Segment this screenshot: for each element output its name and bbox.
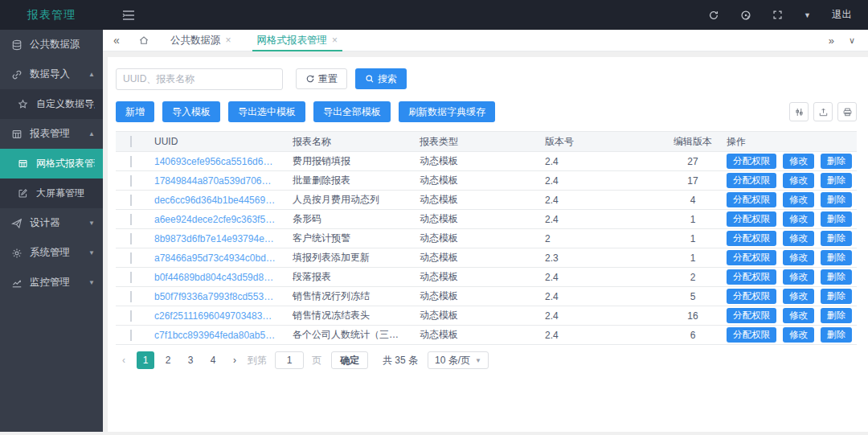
import-template-button[interactable]: 导入模板 (162, 101, 220, 122)
modify-button[interactable]: 修改 (783, 327, 814, 343)
uuid-link[interactable]: b0f44689bd804c43d59d85871a... (146, 272, 285, 283)
row-checkbox[interactable] (130, 195, 132, 206)
close-icon[interactable]: × (332, 35, 338, 46)
sidebar-group-report-management[interactable]: 报表管理 ▲ (0, 119, 103, 149)
export-icon[interactable] (813, 102, 833, 121)
refresh-icon[interactable] (708, 10, 719, 21)
row-checkbox[interactable] (130, 156, 132, 167)
assign-permission-button[interactable]: 分配权限 (727, 250, 776, 265)
add-button[interactable]: 新增 (116, 101, 154, 122)
row-checkbox[interactable] (130, 330, 132, 341)
export-all-button[interactable]: 导出全部模板 (313, 101, 391, 122)
table-row: c26f25111696049703483b7915... 销售情况冻结表头 动… (116, 306, 857, 326)
sidebar-item-bigscreen-management[interactable]: 大屏幕管理 (0, 179, 103, 208)
page-button-4[interactable]: 4 (204, 351, 222, 369)
sidebar-group-monitor-management[interactable]: 监控管理 ▼ (0, 268, 103, 298)
logout-button[interactable]: 退出 (832, 8, 852, 22)
theme-icon[interactable] (740, 10, 751, 21)
assign-permission-button[interactable]: 分配权限 (727, 192, 776, 207)
delete-button[interactable]: 删除 (821, 289, 852, 304)
tab-options-icon[interactable]: ∨ (849, 35, 855, 46)
select-all-checkbox[interactable] (130, 136, 132, 147)
collapse-tabs-icon[interactable]: « (103, 34, 130, 47)
search-input[interactable] (116, 68, 283, 90)
scroll-tabs-right-icon[interactable]: » (829, 35, 834, 47)
delete-button[interactable]: 删除 (821, 250, 852, 265)
sidebar-item-grid-report-management[interactable]: 网格式报表管理 (0, 149, 103, 179)
modify-button[interactable]: 修改 (783, 308, 814, 323)
modify-button[interactable]: 修改 (783, 192, 814, 207)
sidebar-group-system-management[interactable]: 系统管理 ▼ (0, 238, 103, 268)
row-checkbox[interactable] (130, 310, 132, 322)
assign-permission-button[interactable]: 分配权限 (727, 308, 776, 323)
search-button[interactable]: 搜索 (355, 68, 407, 89)
page-button-2[interactable]: 2 (159, 351, 177, 369)
uuid-link[interactable]: b50f7f9336a7993f8cd553ccc22... (146, 291, 285, 302)
page-button-3[interactable]: 3 (182, 351, 199, 369)
refresh-dict-cache-button[interactable]: 刷新数据字典缓存 (399, 101, 495, 122)
user-menu-caret-icon[interactable]: ▼ (804, 11, 811, 19)
modify-button[interactable]: 修改 (783, 173, 814, 188)
modify-button[interactable]: 修改 (783, 289, 814, 304)
sidebar-item-custom-data-import[interactable]: 自定义数据导入 (0, 89, 103, 119)
home-icon[interactable] (130, 35, 158, 46)
uuid-link[interactable]: 140693cefe956ca5516d6b66e2... (146, 156, 285, 167)
sidebar-toggle-icon[interactable] (122, 10, 135, 21)
page-size-select[interactable]: 10 条/页 ▼ (428, 351, 489, 369)
modify-button[interactable]: 修改 (783, 250, 814, 265)
table-row: c7f1bcc893964feda80ab52ee0... 各个公司人数统计（三… (116, 326, 857, 345)
delete-button[interactable]: 删除 (821, 308, 852, 323)
row-checkbox[interactable] (130, 175, 132, 187)
delete-button[interactable]: 删除 (821, 154, 852, 169)
goto-confirm-button[interactable]: 确定 (331, 351, 368, 369)
modify-button[interactable]: 修改 (783, 211, 814, 227)
report-type: 动态模板 (411, 328, 537, 342)
sidebar-item-public-datasource[interactable]: 公共数据源 (0, 30, 103, 60)
uuid-link[interactable]: c26f25111696049703483b7915... (146, 310, 285, 322)
modify-button[interactable]: 修改 (783, 231, 814, 246)
sidebar-group-designer[interactable]: 设计器 ▼ (0, 208, 103, 238)
goto-page-input[interactable] (275, 351, 304, 369)
assign-permission-button[interactable]: 分配权限 (727, 173, 776, 188)
modify-button[interactable]: 修改 (783, 269, 814, 285)
uuid-link[interactable]: a78466a95d73c4934c0bd5d11... (146, 252, 285, 264)
edit-version: 1 (667, 214, 719, 225)
uuid-link[interactable]: 17849844a870a539d7068c6d3... (146, 175, 285, 187)
tab-grid-report-management[interactable]: 网格式报表管理 × (244, 30, 351, 51)
delete-button[interactable]: 删除 (821, 192, 852, 207)
assign-permission-button[interactable]: 分配权限 (727, 211, 776, 227)
next-page-icon[interactable]: › (227, 355, 243, 366)
delete-button[interactable]: 删除 (821, 269, 852, 285)
tabbar: « 公共数据源 × 网格式报表管理 × » ∨ (103, 30, 868, 51)
assign-permission-button[interactable]: 分配权限 (727, 154, 776, 169)
row-checkbox[interactable] (130, 272, 132, 283)
delete-button[interactable]: 删除 (821, 231, 852, 246)
sidebar-group-data-import[interactable]: 数据导入 ▲ (0, 60, 103, 89)
row-checkbox[interactable] (130, 291, 132, 302)
row-checkbox[interactable] (130, 233, 132, 244)
export-selected-button[interactable]: 导出选中模板 (228, 101, 305, 122)
delete-button[interactable]: 删除 (821, 173, 852, 188)
reset-button[interactable]: 重置 (296, 68, 347, 89)
uuid-link[interactable]: a6ee924dece2cfe9c363f5c902... (146, 214, 285, 225)
delete-button[interactable]: 删除 (821, 211, 852, 227)
row-checkbox[interactable] (130, 214, 132, 225)
prev-page-icon[interactable]: ‹ (116, 355, 132, 366)
modify-button[interactable]: 修改 (783, 154, 814, 169)
row-checkbox[interactable] (130, 252, 132, 264)
column-filter-icon[interactable] (789, 102, 809, 121)
close-icon[interactable]: × (226, 35, 231, 46)
assign-permission-button[interactable]: 分配权限 (727, 231, 776, 246)
uuid-link[interactable]: dec6cc96d364b1be44569ae18... (146, 195, 285, 206)
delete-button[interactable]: 删除 (821, 327, 852, 343)
fullscreen-icon[interactable] (772, 10, 783, 20)
uuid-link[interactable]: 8b9873d6fb7e14e93794ee7fc1... (146, 233, 285, 244)
uuid-link[interactable]: c7f1bcc893964feda80ab52ee0... (146, 330, 285, 341)
print-icon[interactable] (837, 102, 857, 121)
main-area: « 公共数据源 × 网格式报表管理 × » ∨ (103, 30, 868, 435)
assign-permission-button[interactable]: 分配权限 (727, 269, 776, 285)
page-button-1[interactable]: 1 (137, 351, 154, 369)
assign-permission-button[interactable]: 分配权限 (727, 327, 776, 343)
assign-permission-button[interactable]: 分配权限 (727, 289, 776, 304)
tab-public-datasource[interactable]: 公共数据源 × (158, 30, 244, 51)
